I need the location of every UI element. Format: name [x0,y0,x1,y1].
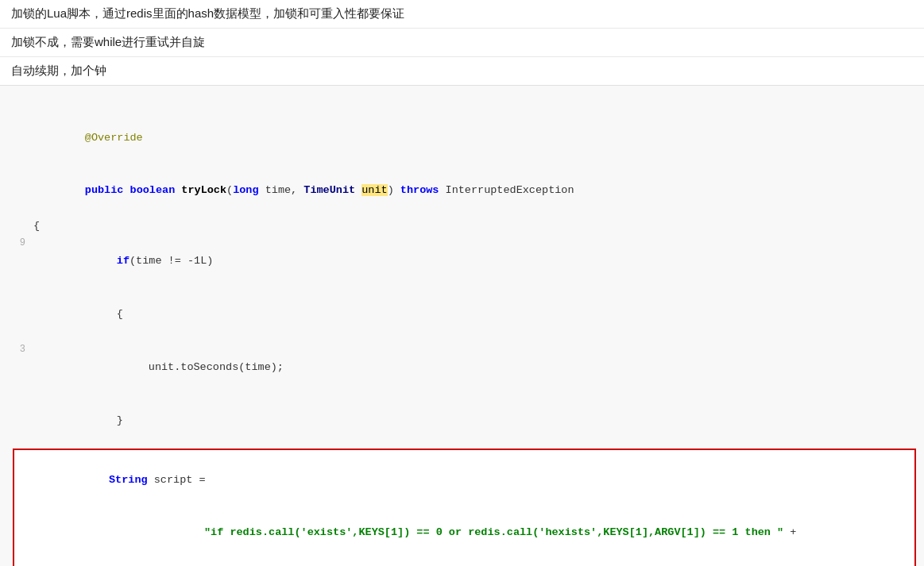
code-content: } [33,395,924,448]
code-content [33,94,924,111]
code-line-toseconds: 3 unit.toSeconds(time); [8,341,924,395]
code-content: unit.toSeconds(time); [33,341,924,395]
line-num [11,395,25,395]
code-line-if-close: } [8,395,924,448]
code-line-override: @Override [8,111,924,164]
code-line-script1: "if redis.call('exists',KEYS[1]) == 0 or… [19,506,910,560]
line-num [22,453,37,454]
param-unit-highlighted: unit [361,184,387,196]
annotation-override: @Override [85,132,143,144]
method-trylock: tryLock [181,184,226,196]
kw-string: String [109,474,154,486]
red-box-container: String script = "if redis.call('exists',… [13,449,916,566]
type-timeunit: TimeUnit [303,184,361,196]
code-content: @Override [33,111,924,164]
note-item-1: 加锁的Lua脚本，通过redis里面的hash数据模型，加锁和可重入性都要保证 [0,0,924,29]
kw-if: if [117,255,130,267]
code-content: { [33,288,924,341]
code-content: "redis.call('hincrby',KEYS[1],ARGV[1],1)… [44,560,910,566]
line-num [11,94,25,94]
code-line-if: 9 if(time != -1L) [8,235,924,288]
str-if-redis: "if redis.call('exists',KEYS[1]) == 0 or… [204,526,783,538]
code-line-string-script: String script = [19,453,910,506]
kw-public: public [85,184,130,196]
code-line-script2: "redis.call('hincrby',KEYS[1],ARGV[1],1)… [19,560,910,566]
exception-type: InterruptedException [446,184,574,196]
line-num [11,218,25,218]
code-content: String script = [44,453,910,506]
code-content: { [33,218,924,235]
code-line-open-brace: { [8,218,924,235]
code-content: public boolean tryLock(long time, TimeUn… [33,164,924,218]
code-content: "if redis.call('exists',KEYS[1]) == 0 or… [44,506,910,560]
line-num [22,560,37,560]
kw-throws: throws [400,184,446,196]
code-line-empty1 [8,94,924,111]
notes-section: 加锁的Lua脚本，通过redis里面的hash数据模型，加锁和可重入性都要保证 … [0,0,924,86]
line-num [11,288,25,289]
line-num [11,111,25,112]
line-num: 9 [11,235,25,252]
line-num [22,506,37,507]
paren-open: ( [226,184,233,196]
kw-long: long [233,184,265,196]
line-num [11,164,25,165]
code-content: if(time != -1L) [33,235,924,288]
code-line-signature: public boolean tryLock(long time, TimeUn… [8,164,924,218]
note-item-3: 自动续期，加个钟 [0,57,924,85]
code-line-if-brace: { [8,288,924,341]
code-section: @Override public boolean tryLock(long ti… [0,86,924,566]
note-item-2: 加锁不成，需要while进行重试并自旋 [0,29,924,57]
paren-close: ) [388,184,400,196]
line-num: 3 [11,341,25,358]
main-container: 加锁的Lua脚本，通过redis里面的hash数据模型，加锁和可重入性都要保证 … [0,0,924,566]
param-time: time, [265,184,304,196]
kw-boolean: boolean [130,184,182,196]
